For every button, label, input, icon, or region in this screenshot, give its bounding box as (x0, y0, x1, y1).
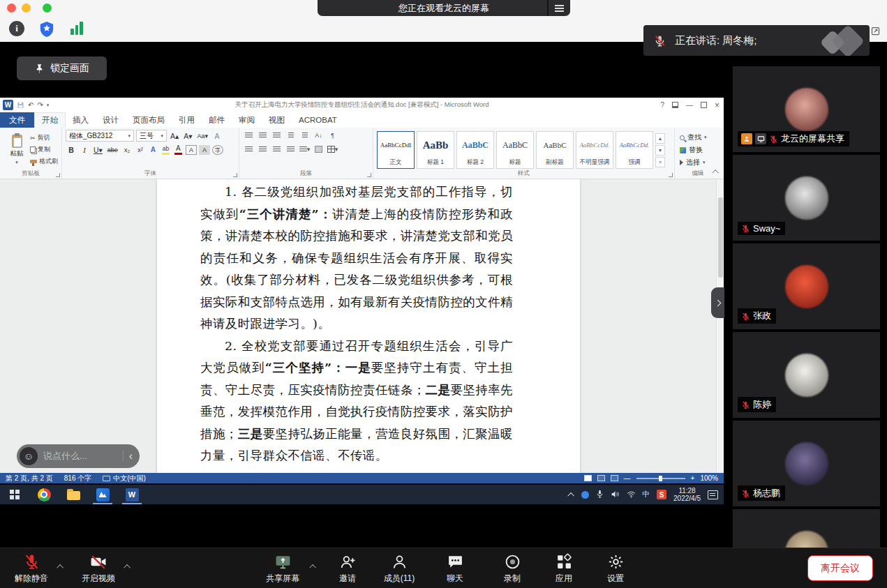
participant-tile[interactable]: 陈婷 (733, 332, 880, 418)
lock-screen-button[interactable]: 锁定画面 (17, 56, 107, 80)
document-scrollbar[interactable] (716, 179, 724, 473)
word-tab-文件[interactable]: 文件 (0, 112, 34, 128)
word-tab-审阅[interactable]: 审阅 (232, 112, 262, 128)
document-area[interactable]: 1. 各二级党组织加强对基层党支部的工作指导，切实做到“三个讲清楚”：讲清楚上海… (0, 179, 724, 473)
save-icon[interactable] (17, 101, 24, 109)
replace-button[interactable]: 替换 (680, 145, 717, 155)
sidebar-collapse-handle[interactable] (711, 287, 724, 318)
redo-icon[interactable]: ↷ (37, 101, 43, 109)
stats-icon[interactable] (70, 21, 83, 35)
read-mode-icon[interactable] (584, 475, 592, 481)
select-button[interactable]: 选择▾ (680, 158, 717, 167)
paragraph-dialog-launcher[interactable] (367, 173, 371, 177)
char-shading-button[interactable]: A (199, 145, 210, 155)
font-dialog-launcher[interactable] (233, 173, 237, 177)
styles-scroll-down-icon[interactable]: ▼ (655, 145, 665, 156)
chat-input-placeholder[interactable]: 说点什么... (43, 450, 123, 462)
invite-button[interactable]: 邀请 (321, 552, 374, 585)
web-layout-icon[interactable] (611, 475, 618, 481)
tray-chevron-icon[interactable] (569, 490, 574, 499)
style-正文[interactable]: AaBbCcDdl正文 (377, 131, 415, 169)
sogou-ime-icon[interactable]: S (657, 490, 666, 499)
tray-mic-icon[interactable] (596, 490, 604, 500)
zoom-level[interactable]: 100% (700, 474, 718, 482)
participant-tile[interactable]: 龙云的屏幕共享 (733, 66, 880, 152)
word-tab-ACROBAT[interactable]: ACROBAT (292, 112, 344, 128)
underline-button[interactable]: U▾ (92, 144, 104, 156)
minimize-icon[interactable]: — (686, 101, 693, 109)
style-副标题[interactable]: AaBbC副标题 (536, 131, 574, 169)
word-count[interactable]: 816 个字 (64, 474, 91, 483)
pilcrow-icon[interactable]: ¶ (327, 130, 338, 140)
share-screen-button[interactable]: 共享屏幕 (256, 552, 309, 585)
style-不明显强调[interactable]: AaBbCcDd.不明显强调 (576, 131, 613, 169)
video-options-chevron[interactable] (126, 559, 131, 572)
font-family-select[interactable]: 楷体_GB2312▾ (66, 130, 134, 142)
leave-meeting-button[interactable]: 离开会议 (807, 555, 873, 581)
word-tab-页面布局[interactable]: 页面布局 (126, 112, 172, 128)
start-button[interactable] (0, 485, 29, 504)
share-options-chevron[interactable] (311, 559, 316, 572)
members-button[interactable]: 成员(11) (373, 552, 426, 585)
styles-dialog-launcher[interactable] (669, 173, 673, 177)
line-spacing-icon[interactable]: ▾ (299, 144, 311, 154)
expand-icon[interactable] (870, 26, 881, 37)
chat-button[interactable]: 聊天 (428, 552, 482, 585)
superscript-button[interactable]: x² (135, 144, 146, 156)
shading-icon[interactable] (313, 144, 325, 154)
clear-formatting-button[interactable]: A (211, 130, 223, 142)
style-标题[interactable]: AaBbC标题 (496, 131, 534, 169)
shield-icon[interactable] (39, 21, 54, 38)
start-video-button[interactable]: 开启视频 (72, 552, 125, 585)
banner-menu-icon[interactable] (547, 0, 570, 16)
action-center-icon[interactable] (708, 490, 718, 499)
highlight-button[interactable]: ab (161, 145, 171, 155)
grow-font-button[interactable]: A▴ (169, 130, 180, 142)
quick-chat-bar[interactable]: ☺ 说点什么... ‹ (17, 444, 140, 468)
help-icon[interactable]: ? (660, 101, 664, 109)
zoom-out-icon[interactable]: — (624, 474, 631, 482)
zoom-slider-thumb[interactable] (659, 476, 662, 481)
word-tab-插入[interactable]: 插入 (66, 112, 96, 128)
participant-tile[interactable] (733, 509, 880, 548)
strikethrough-button[interactable]: abe (106, 144, 119, 156)
participant-tile[interactable]: 杨志鹏 (733, 421, 880, 506)
restore-icon[interactable] (701, 102, 707, 108)
clock[interactable]: 11:28 2022/4/5 (673, 487, 701, 502)
bullets-icon[interactable] (243, 130, 255, 140)
zoom-window-button[interactable] (43, 3, 52, 13)
print-layout-icon[interactable] (597, 475, 605, 481)
italic-button[interactable]: I (79, 144, 90, 156)
align-left-icon[interactable] (243, 144, 255, 154)
align-right-icon[interactable] (271, 144, 283, 154)
collapse-ribbon-icon[interactable] (714, 168, 719, 176)
word-taskbar-icon[interactable]: W (117, 485, 147, 504)
qat-customize-icon[interactable]: ▾ (47, 103, 50, 108)
borders-icon[interactable]: ▾ (327, 144, 338, 154)
document-page[interactable]: 1. 各二级党组织加强对基层党支部的工作指导，切实做到“三个讲清楚”：讲清楚上海… (157, 179, 580, 473)
record-button[interactable]: 录制 (486, 552, 539, 585)
increase-indent-icon[interactable] (299, 130, 311, 140)
participant-tile[interactable]: 张政 (733, 243, 880, 329)
page-indicator[interactable]: 第 2 页, 共 2 页 (6, 474, 53, 483)
enclose-char-button[interactable]: 字 (212, 145, 223, 155)
word-tab-视图[interactable]: 视图 (262, 112, 292, 128)
bold-button[interactable]: B (66, 144, 77, 156)
audio-options-chevron[interactable] (59, 559, 64, 572)
align-center-icon[interactable] (257, 144, 269, 154)
cut-button[interactable]: ✂剪切 (30, 133, 58, 142)
tray-speaker-icon[interactable] (611, 490, 620, 499)
format-painter-button[interactable]: 格式刷 (30, 157, 58, 166)
shrink-font-button[interactable]: A▾ (182, 130, 193, 142)
settings-button[interactable]: 设置 (589, 552, 642, 585)
decrease-indent-icon[interactable] (285, 130, 297, 140)
word-tab-引用[interactable]: 引用 (172, 112, 202, 128)
word-tab-开始[interactable]: 开始 (34, 112, 66, 128)
font-size-select[interactable]: 三号▾ (136, 130, 167, 142)
change-case-button[interactable]: Aa▾ (196, 130, 210, 142)
language-indicator[interactable]: 中文(中国) (113, 474, 146, 483)
word-logo-icon[interactable]: W (3, 100, 13, 110)
find-button[interactable]: 查找▾ (680, 133, 717, 142)
style-标题 2[interactable]: AaBbC标题 2 (456, 131, 494, 169)
word-tab-设计[interactable]: 设计 (96, 112, 126, 128)
